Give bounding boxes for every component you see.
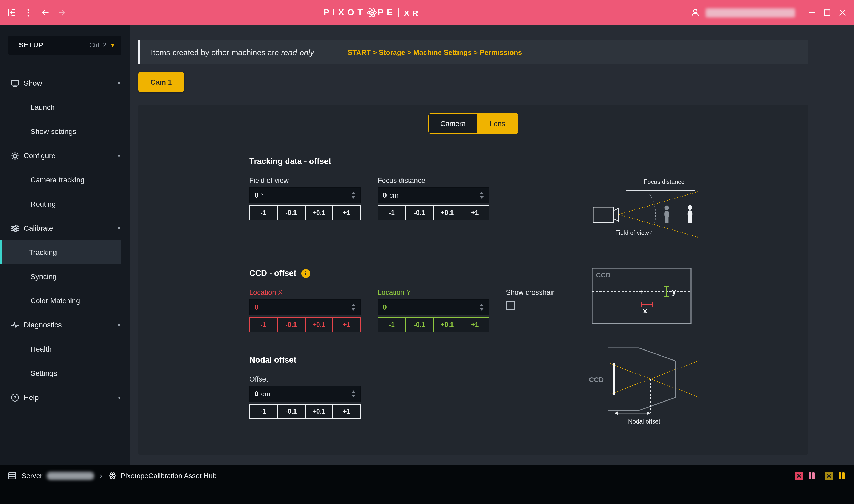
breadcrumb[interactable]: START > Storage > Machine Settings > Per… [348,48,522,56]
sidebar-item-camera-tracking[interactable]: Camera tracking [0,168,121,192]
status-group-pink [794,471,817,481]
spinner-up-icon[interactable] [351,391,355,393]
stepper-button[interactable]: +0.1 [305,318,333,332]
collapse-sidebar-button[interactable] [5,5,18,20]
stepper-button[interactable]: -1 [378,318,406,332]
status-stop-yellow-button[interactable] [824,471,834,481]
sidebar-item-show[interactable]: Show ▾ [0,71,121,95]
focus-distance-field: Focus distance 0 cm -1 [378,177,489,220]
main-content: Items created by other machines are read… [130,25,854,465]
nodal-offset-input[interactable]: 0 cm [249,386,361,402]
sidebar-item-health[interactable]: Health [0,337,121,361]
user-icon [690,7,700,18]
more-menu-button[interactable] [22,5,35,20]
sidebar-item-diagnostics[interactable]: Diagnostics ▾ [0,313,121,337]
stepper-button[interactable]: -0.1 [277,205,306,220]
logo-text-pre: PIXOT [324,7,366,18]
spinner-up-icon[interactable] [351,192,355,195]
location-y-input[interactable]: 0 [378,299,489,315]
forward-arrow-icon [57,7,67,18]
stepper-button[interactable]: -0.1 [405,318,434,332]
location-x-input[interactable]: 0 [249,299,361,315]
stepper-button[interactable]: -1 [249,404,278,419]
sidebar-item-launch[interactable]: Launch [0,95,121,119]
stepper-button[interactable]: -1 [378,205,406,220]
lens-settings-panel: Camera Lens Tracking data - offset Field… [138,105,808,455]
setup-mode-selector[interactable]: SETUP Ctrl+2 ▾ [8,36,121,55]
asset-hub-label: PixotopeCalibration Asset Hub [121,472,217,480]
field-label: Offset [249,375,361,383]
spinner-up-icon[interactable] [351,304,355,306]
stepper-button[interactable]: -0.1 [277,318,306,332]
status-pause-yellow-button[interactable] [837,471,847,481]
sidebar-item-syncing[interactable]: Syncing [0,264,121,289]
notification-text: Items created by other machines are read… [151,48,314,57]
back-button[interactable] [39,5,52,20]
stepper-button[interactable]: +0.1 [433,318,461,332]
pixotope-atom-icon [108,471,117,480]
sidebar-item-label: Diagnostics [24,321,62,329]
spinner-down-icon[interactable] [480,308,484,311]
minimize-icon [807,7,817,18]
stepper-button[interactable]: +0.1 [305,205,333,220]
sidebar-item-tracking[interactable]: Tracking [0,240,121,264]
sidebar-item-routing[interactable]: Routing [0,192,121,216]
pause-yellow-icon [837,471,847,481]
stepper-button[interactable]: +1 [333,404,361,419]
stepper-button[interactable]: +1 [461,205,489,220]
pause-pink-icon [807,471,817,481]
focus-distance-input[interactable]: 0 cm [378,187,489,203]
toggle-option-lens[interactable]: Lens [477,113,518,133]
toggle-option-camera[interactable]: Camera [429,113,477,133]
stepper-button[interactable]: -1 [249,205,278,220]
field-label: Field of view [249,177,361,184]
nodal-offset-steppers: -1 -0.1 +0.1 +1 [249,404,361,419]
help-icon: ? [11,393,19,402]
readonly-notification: Items created by other machines are read… [138,40,808,64]
spinner-up-icon[interactable] [480,192,484,195]
sidebar-item-color-matching[interactable]: Color Matching [0,289,121,313]
svg-text:y: y [672,288,676,296]
caret-down-icon: ▾ [118,80,120,86]
product-label: XR [404,8,421,17]
status-pause-pink-button[interactable] [807,471,817,481]
focus-distance-steppers: -1 -0.1 +0.1 +1 [378,205,489,220]
setup-label: SETUP [19,41,43,49]
stepper-button[interactable]: +0.1 [433,205,461,220]
spinner-up-icon[interactable] [480,304,484,306]
minimize-button[interactable] [806,5,818,20]
sidebar-item-configure[interactable]: Configure ▾ [0,143,121,168]
stepper-button[interactable]: +0.1 [305,404,333,419]
stepper-button[interactable]: -1 [249,318,278,332]
sidebar-item-settings[interactable]: Settings [0,361,121,385]
sidebar-item-label: Show settings [31,127,76,136]
stepper-button[interactable]: -0.1 [405,205,434,220]
spinner-down-icon[interactable] [351,308,355,311]
maximize-button[interactable] [821,5,834,20]
cam1-tab[interactable]: Cam 1 [138,72,184,92]
stepper-button[interactable]: +1 [333,205,361,220]
stop-x-yellow-icon [824,471,834,481]
sidebar-item-show-settings[interactable]: Show settings [0,119,121,143]
status-stop-pink-button[interactable] [794,471,804,481]
stepper-button[interactable]: +1 [333,318,361,332]
stepper-button[interactable]: -0.1 [277,404,306,419]
show-crosshair-checkbox[interactable] [506,301,515,310]
field-of-view-input[interactable]: 0 ° [249,187,361,203]
spinner-down-icon[interactable] [480,196,484,199]
info-icon[interactable]: i [301,269,310,278]
spinner-down-icon[interactable] [351,395,355,397]
pulse-icon [11,320,19,329]
sidebar-item-help[interactable]: ? Help ◂ [0,385,121,409]
close-button[interactable] [836,5,849,20]
forward-button[interactable] [56,5,68,20]
show-crosshair-group: Show crosshair [506,289,555,310]
account-button[interactable] [689,5,701,20]
spinner-down-icon[interactable] [351,196,355,199]
sidebar-item-calibrate[interactable]: Calibrate ▾ [0,216,121,240]
field-label: Location X [249,289,361,296]
stepper-button[interactable]: +1 [461,318,489,332]
setup-shortcut: Ctrl+2 [89,41,106,49]
sidebar-item-label: Launch [31,103,55,111]
back-arrow-icon [40,7,51,18]
